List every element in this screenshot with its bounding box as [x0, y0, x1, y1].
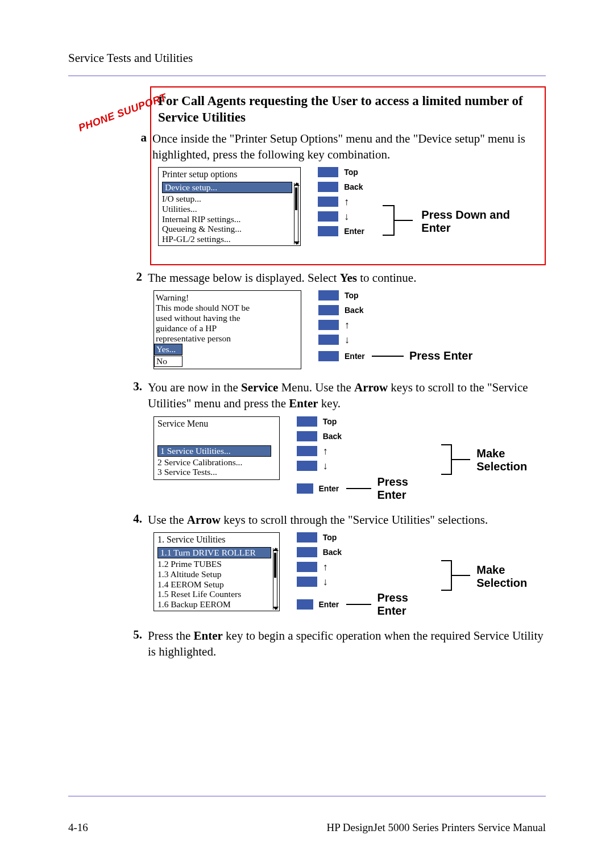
enter-label: Enter [319, 484, 344, 493]
lcd-title: Printer setup options [159, 168, 300, 181]
down-arrow-icon: ↓ [323, 461, 348, 471]
lcd-service-utilities: 1. Service Utilities 1.1 Turn DRIVE ROLL… [154, 532, 280, 611]
lcd-line: used without having the [154, 313, 301, 323]
connector-line [372, 356, 404, 357]
back-button [297, 431, 317, 441]
lcd-line: 1.4 EEROM Setup [157, 579, 271, 590]
lcd-highlight: Yes... [154, 344, 182, 355]
top-button [318, 167, 338, 177]
top-label: Top [345, 291, 370, 300]
up-button [318, 197, 338, 207]
up-button [318, 320, 339, 330]
top-label: Top [323, 417, 348, 426]
lcd-line: 1.6 Backup EEROM [157, 599, 271, 610]
action-label: Make Selection [476, 447, 546, 473]
step-3-text: You are now in the Service Menu. Use the… [148, 379, 546, 412]
lcd-line: Utilities... [162, 204, 292, 214]
lcd-line: I/O setup... [162, 194, 292, 204]
lcd-service-menu: Service Menu 1 Service Utilities... 2 Se… [154, 416, 280, 480]
lcd-title: 1. Service Utilities [154, 533, 279, 546]
action-label: Press Enter [377, 475, 428, 502]
lcd-line: 2 Service Calibrations... [157, 457, 271, 468]
top-label: Top [344, 168, 369, 177]
down-button [297, 461, 317, 471]
action-label: Press Down and Enter [421, 208, 538, 235]
lcd-line: No [154, 356, 182, 367]
enter-label: Enter [345, 352, 370, 361]
top-button [297, 532, 317, 542]
down-arrow-icon: ↓ [344, 211, 369, 222]
step-2-text: The message below is displayed. Select Y… [148, 270, 416, 286]
connector-line [346, 488, 372, 489]
up-button [297, 562, 317, 572]
redbox-heading: For Call Agents requesting the User to a… [158, 93, 538, 126]
back-label: Back [344, 182, 369, 191]
bracket-icon [441, 560, 452, 591]
phone-support-box: PHONE SUUPORT For Call Agents requesting… [150, 86, 546, 265]
back-label: Back [323, 548, 348, 557]
step-marker-2: 2 [132, 270, 148, 284]
step-marker-4: 4. [132, 512, 148, 526]
lcd-line: guidance of a HP [154, 323, 301, 333]
top-rule [68, 76, 546, 76]
lcd-line: This mode should NOT be [154, 303, 301, 313]
enter-button [297, 483, 313, 494]
back-button [318, 182, 338, 192]
button-stack: Top Back ↑ ↓ Enter Press Enter [297, 416, 428, 502]
lcd-line: representative person [154, 333, 301, 344]
down-button [318, 211, 338, 222]
lcd-line: Internal RIP settings... [162, 214, 292, 224]
bracket-icon [441, 444, 452, 475]
action-label: Press Enter [409, 349, 472, 362]
action-label: Make Selection [476, 564, 546, 590]
lcd-printer-setup: Printer setup options Device setup... I/… [158, 167, 301, 246]
enter-button [318, 351, 339, 361]
back-label: Back [323, 432, 348, 441]
top-button [318, 290, 339, 301]
up-arrow-icon: ↑ [323, 446, 348, 456]
enter-label: Enter [344, 227, 369, 236]
button-stack: Top Back ↑ ↓ Enter Press Enter [297, 532, 428, 617]
lcd-line: Warning! [154, 291, 301, 303]
step-marker-3: 3. [132, 379, 148, 394]
step-5-text: Press the Enter key to begin a specific … [148, 628, 546, 660]
down-arrow-icon: ↓ [345, 335, 370, 345]
enter-label: Enter [319, 600, 344, 609]
bottom-rule [68, 796, 546, 796]
connector-line [346, 604, 372, 605]
top-button [297, 416, 317, 427]
lcd-highlight: 1 Service Utilities... [157, 445, 271, 457]
back-button [297, 547, 317, 557]
page-footer: 4-16 HP DesignJet 5000 Series Printers S… [68, 821, 546, 834]
lcd-highlight: Device setup... [162, 182, 292, 193]
down-button [297, 577, 317, 587]
doc-title: HP DesignJet 5000 Series Printers Servic… [326, 821, 546, 834]
lcd-line: 1.5 Reset Life Counters [157, 589, 271, 599]
step-4-text: Use the Arrow keys to scroll through the… [148, 512, 488, 528]
lcd-warning: Warning! This mode should NOT be used wi… [154, 290, 301, 369]
scrollbar [294, 183, 298, 244]
back-label: Back [345, 306, 370, 315]
up-arrow-icon: ↑ [345, 320, 370, 330]
lcd-line: Queueing & Nesting... [162, 224, 292, 234]
step-marker-a: a [136, 131, 152, 145]
lcd-line: 1.3 Altitude Setup [157, 569, 271, 579]
back-button [318, 305, 339, 315]
top-label: Top [323, 533, 348, 542]
phone-support-stamp: PHONE SUUPORT [77, 91, 168, 135]
enter-button [318, 226, 338, 236]
lcd-line: 1.2 Prime TUBES [157, 559, 271, 569]
lcd-line: HP-GL/2 settings... [162, 234, 292, 244]
step-marker-5: 5. [132, 628, 148, 642]
lcd-line: 3 Service Tests... [157, 467, 271, 477]
bracket-icon [383, 205, 395, 236]
down-arrow-icon: ↓ [323, 577, 348, 587]
page-header: Service Tests and Utilities [68, 51, 546, 65]
lcd-highlight: 1.1 Turn DRIVE ROLLER [157, 547, 271, 558]
up-arrow-icon: ↑ [344, 197, 369, 207]
enter-button [297, 599, 313, 610]
step-a-text: Once inside the "Printer Setup Options" … [152, 131, 538, 163]
scrollbar [273, 548, 277, 610]
down-button [318, 335, 339, 345]
lcd-title: Service Menu [154, 417, 279, 445]
